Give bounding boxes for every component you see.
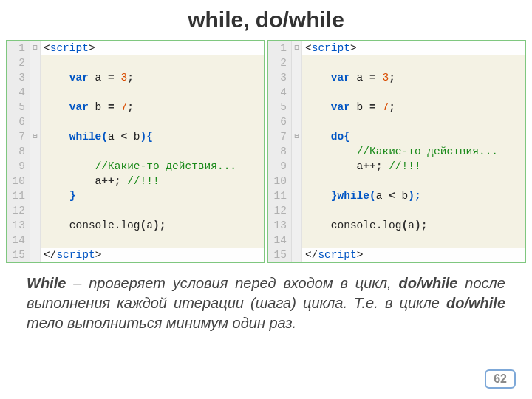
code-line: var a = 3; — [41, 70, 264, 85]
code-line — [41, 233, 264, 248]
fold-marker — [30, 174, 40, 188]
fold-marker — [292, 188, 301, 203]
line-number: 4 — [7, 85, 30, 100]
code-line: do{ — [302, 129, 525, 144]
fold-marker — [30, 218, 40, 233]
desc-bold: do/while — [446, 295, 505, 311]
fold-marker — [30, 159, 40, 174]
fold-marker — [292, 55, 301, 70]
fold-marker — [292, 248, 301, 262]
line-number: 8 — [7, 144, 30, 159]
code-line: var b = 7; — [302, 100, 525, 115]
fold-marker: ⊟ — [292, 41, 301, 55]
code-line: </script> — [41, 248, 264, 262]
fold-marker — [30, 144, 40, 159]
fold-marker — [30, 188, 40, 203]
line-number: 5 — [268, 100, 291, 115]
fold-marker — [292, 70, 301, 85]
line-number: 4 — [268, 85, 291, 100]
fold-marker — [30, 233, 40, 248]
desc-bold: While — [27, 275, 66, 291]
line-number: 5 — [7, 100, 30, 115]
description-text: While – проверяет условия перед входом в… — [0, 263, 532, 333]
code-row: 123456789101112131415 ⊟⊟ <script> var a … — [0, 40, 532, 263]
fold-marker — [30, 115, 40, 129]
line-number: 6 — [268, 115, 291, 129]
fold-marker — [292, 174, 301, 188]
code-panel-left: 123456789101112131415 ⊟⊟ <script> var a … — [6, 40, 265, 263]
fold-marker — [292, 203, 301, 218]
line-number: 13 — [268, 218, 291, 233]
line-gutter: 123456789101112131415 — [268, 41, 292, 262]
fold-marker — [292, 233, 301, 248]
code-line: <script> — [302, 41, 525, 55]
code-line — [41, 144, 264, 159]
desc-text: тело выполниться минимум один раз. — [27, 315, 296, 331]
code-line: //Какие-то действия... — [41, 159, 264, 174]
code-line: <script> — [41, 41, 264, 55]
line-gutter: 123456789101112131415 — [7, 41, 30, 262]
code-line — [302, 55, 525, 70]
code-line: }while(a < b); — [302, 188, 525, 203]
line-number: 7 — [268, 129, 291, 144]
line-number: 8 — [268, 144, 291, 159]
line-number: 7 — [7, 129, 30, 144]
code-line — [41, 55, 264, 70]
code-line — [41, 203, 264, 218]
fold-marker — [292, 144, 301, 159]
code-line — [41, 85, 264, 100]
code-line: //Какие-то действия... — [302, 144, 525, 159]
line-number: 15 — [7, 248, 30, 262]
code-body: <script> var a = 3; var b = 7; while(a <… — [41, 41, 264, 262]
line-number: 3 — [268, 70, 291, 85]
code-line — [302, 233, 525, 248]
fold-marker — [292, 218, 301, 233]
fold-marker — [30, 70, 40, 85]
line-number: 14 — [7, 233, 30, 248]
line-number: 9 — [7, 159, 30, 174]
code-line — [302, 203, 525, 218]
fold-marker: ⊟ — [30, 41, 40, 55]
line-number: 6 — [7, 115, 30, 129]
line-number: 11 — [268, 188, 291, 203]
fold-marker — [292, 115, 301, 129]
line-number: 2 — [7, 55, 30, 70]
line-number: 10 — [268, 174, 291, 188]
line-number: 9 — [268, 159, 291, 174]
fold-column: ⊟⊟ — [292, 41, 302, 262]
line-number: 1 — [7, 41, 30, 55]
code-body: <script> var a = 3; var b = 7; do{ //Как… — [302, 41, 525, 262]
desc-text: – проверяет условия перед входом в цикл, — [66, 275, 398, 291]
code-line: console.log(a); — [41, 218, 264, 233]
fold-marker — [30, 203, 40, 218]
line-number: 2 — [268, 55, 291, 70]
fold-marker: ⊟ — [292, 129, 301, 144]
fold-marker — [30, 100, 40, 115]
fold-marker — [292, 100, 301, 115]
code-line — [302, 85, 525, 100]
line-number: 12 — [268, 203, 291, 218]
line-number: 10 — [7, 174, 30, 188]
code-line: while(a < b){ — [41, 129, 264, 144]
code-line: var a = 3; — [302, 70, 525, 85]
line-number: 12 — [7, 203, 30, 218]
code-line: a++; //!!! — [302, 159, 525, 174]
code-panel-right: 123456789101112131415 ⊟⊟ <script> var a … — [267, 40, 526, 263]
code-line: } — [41, 188, 264, 203]
code-line: </script> — [302, 248, 525, 262]
fold-column: ⊟⊟ — [30, 41, 41, 262]
line-number: 11 — [7, 188, 30, 203]
code-line — [302, 115, 525, 129]
desc-bold: do/while — [398, 275, 457, 291]
code-line — [302, 174, 525, 188]
line-number: 1 — [268, 41, 291, 55]
line-number: 3 — [7, 70, 30, 85]
line-number: 15 — [268, 248, 291, 262]
code-line: console.log(a); — [302, 218, 525, 233]
fold-marker — [30, 248, 40, 262]
fold-marker — [30, 85, 40, 100]
fold-marker — [292, 159, 301, 174]
fold-marker — [30, 55, 40, 70]
page-number-badge: 62 — [485, 369, 516, 389]
line-number: 14 — [268, 233, 291, 248]
